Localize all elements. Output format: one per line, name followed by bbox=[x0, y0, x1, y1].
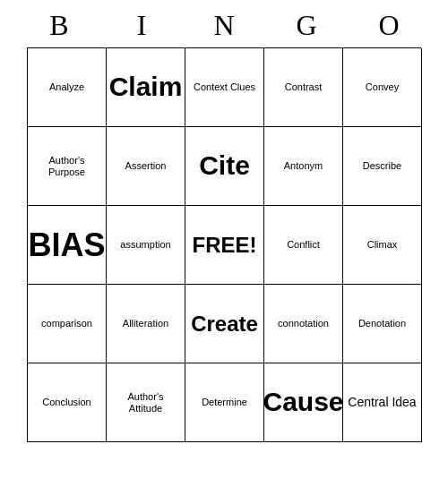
bingo-cell-0: Analyze bbox=[28, 48, 107, 127]
bingo-cell-text-7: Cite bbox=[199, 150, 250, 182]
bingo-cell-text-2: Context Clues bbox=[194, 81, 255, 93]
bingo-cell-4: Convey bbox=[343, 48, 422, 127]
bingo-cell-text-19: Denotation bbox=[358, 318, 406, 329]
bingo-cell-24: Central Idea bbox=[343, 363, 422, 442]
bingo-cell-16: Alliteration bbox=[107, 285, 185, 363]
bingo-letter-N: N bbox=[185, 9, 263, 42]
bingo-cell-text-1: Claim bbox=[109, 72, 183, 103]
bingo-cell-23: Cause bbox=[264, 363, 343, 442]
bingo-cell-21: Author's Attitude bbox=[107, 363, 185, 442]
bingo-cell-text-21: Author's Attitude bbox=[110, 391, 181, 414]
bingo-cell-text-14: Climax bbox=[367, 239, 398, 251]
bingo-cell-text-23: Cause bbox=[263, 387, 343, 418]
bingo-letter-O: O bbox=[349, 9, 428, 42]
bingo-cell-text-3: Contrast bbox=[285, 81, 323, 93]
bingo-cell-text-8: Antonym bbox=[284, 160, 323, 172]
bingo-header: BINGO bbox=[18, 0, 430, 47]
bingo-cell-2: Context Clues bbox=[185, 48, 264, 127]
bingo-cell-1: Claim bbox=[107, 48, 185, 127]
bingo-cell-7: Cite bbox=[185, 127, 264, 206]
bingo-cell-text-15: comparison bbox=[41, 318, 92, 329]
bingo-cell-text-4: Convey bbox=[366, 81, 399, 93]
bingo-cell-text-0: Analyze bbox=[49, 81, 84, 93]
bingo-cell-3: Contrast bbox=[264, 48, 343, 127]
bingo-cell-5: Author's Purpose bbox=[28, 127, 107, 206]
bingo-cell-19: Denotation bbox=[343, 285, 422, 363]
bingo-letter-B: B bbox=[20, 9, 99, 42]
bingo-cell-6: Assertion bbox=[107, 127, 185, 206]
bingo-grid: AnalyzeClaimContext CluesContrastConveyA… bbox=[27, 47, 421, 442]
bingo-cell-8: Antonym bbox=[264, 127, 343, 206]
bingo-cell-text-6: Assertion bbox=[125, 160, 167, 172]
bingo-cell-13: Conflict bbox=[264, 206, 343, 285]
bingo-cell-10: BIAS bbox=[28, 206, 107, 285]
bingo-cell-18: connotation bbox=[264, 285, 343, 363]
bingo-cell-text-13: Conflict bbox=[287, 239, 320, 251]
bingo-cell-text-12: FREE! bbox=[193, 233, 257, 258]
bingo-cell-text-16: Alliteration bbox=[123, 318, 168, 329]
bingo-cell-17: Create bbox=[185, 285, 264, 363]
bingo-cell-text-22: Determine bbox=[202, 397, 247, 408]
bingo-cell-text-11: assumption bbox=[120, 239, 170, 251]
bingo-cell-9: Describe bbox=[343, 127, 422, 206]
bingo-cell-11: assumption bbox=[107, 206, 185, 285]
bingo-cell-text-10: BIAS bbox=[29, 226, 106, 263]
bingo-letter-G: G bbox=[267, 9, 346, 42]
bingo-letter-I: I bbox=[102, 9, 181, 42]
bingo-cell-text-5: Author's Purpose bbox=[31, 155, 102, 177]
bingo-cell-text-24: Central Idea bbox=[348, 395, 416, 409]
bingo-cell-20: Conclusion bbox=[28, 363, 107, 442]
bingo-cell-12: FREE! bbox=[185, 206, 264, 285]
bingo-cell-text-9: Describe bbox=[363, 160, 401, 172]
bingo-cell-15: comparison bbox=[28, 285, 107, 363]
bingo-cell-text-17: Create bbox=[191, 312, 258, 337]
bingo-cell-text-20: Conclusion bbox=[42, 397, 90, 408]
bingo-cell-text-18: connotation bbox=[278, 318, 329, 329]
bingo-cell-22: Determine bbox=[185, 363, 264, 442]
bingo-cell-14: Climax bbox=[343, 206, 422, 285]
